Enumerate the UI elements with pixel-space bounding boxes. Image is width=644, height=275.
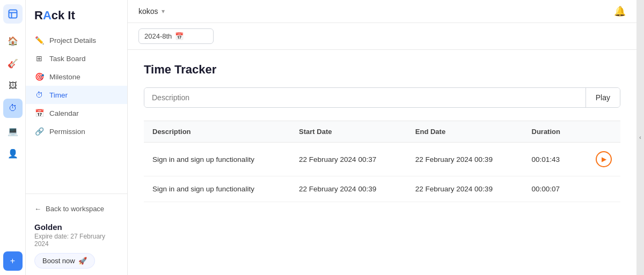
notification-icon[interactable]: 🔔 bbox=[614, 5, 626, 17]
back-arrow-icon: ← bbox=[34, 205, 41, 213]
play-button[interactable]: Play bbox=[586, 88, 620, 107]
cell-description-0: Sign in and sign up functionality bbox=[144, 143, 290, 176]
boost-label: Boost now bbox=[42, 257, 75, 265]
nav-item-milestone[interactable]: 🎯 Milestone bbox=[26, 68, 127, 86]
plan-name: Golden bbox=[34, 222, 119, 232]
nav-label-permission: Permission bbox=[49, 128, 85, 136]
row-play-button-0[interactable]: ▶ bbox=[596, 151, 612, 167]
sidebar-icon-add[interactable]: + bbox=[3, 251, 23, 271]
back-to-workspace[interactable]: ← Back to workspace bbox=[34, 200, 119, 217]
right-panel-handle[interactable]: ‹ bbox=[636, 0, 644, 275]
nav-items: ✏️ Project Details ⊞ Task Board 🎯 Milest… bbox=[26, 27, 127, 194]
svg-rect-0 bbox=[9, 10, 17, 18]
cell-actions-1 bbox=[580, 176, 620, 202]
boost-button[interactable]: Boost now 🚀 bbox=[34, 253, 95, 269]
content-area: Time Tracker Play Description Start Date… bbox=[128, 50, 636, 275]
timer-icon: ⏱ bbox=[34, 91, 44, 99]
topbar: kokos ▾ 🔔 bbox=[128, 0, 636, 23]
main-content: kokos ▾ 🔔 2024-8th 📅 Time Tracker Play D… bbox=[128, 0, 636, 275]
col-description: Description bbox=[144, 121, 290, 143]
table-row: Sign in and sign up functionality 22 Feb… bbox=[144, 176, 620, 202]
description-input[interactable] bbox=[144, 88, 586, 107]
nav-header: RAck It bbox=[26, 0, 127, 27]
col-end-date: End Date bbox=[407, 121, 523, 143]
project-selector[interactable]: kokos ▾ bbox=[138, 7, 165, 16]
calendar-small-icon: 📅 bbox=[175, 32, 184, 40]
icon-sidebar: 🏠 🎸 🖼 ⏱ 💻 👤 + bbox=[0, 0, 26, 275]
nav-item-project-details[interactable]: ✏️ Project Details bbox=[26, 31, 127, 49]
nav-label-calendar: Calendar bbox=[49, 109, 79, 117]
plan-box: Golden Expire date: 27 February 2024 Boo… bbox=[34, 222, 119, 269]
cell-duration-1: 00:00:07 bbox=[523, 176, 580, 202]
col-actions bbox=[580, 121, 620, 143]
app-logo-icon[interactable] bbox=[3, 4, 23, 24]
sidebar-icon-guitar[interactable]: 🎸 bbox=[3, 54, 23, 73]
nav-label-milestone: Milestone bbox=[49, 73, 80, 81]
cell-start-date-1: 22 February 2024 00:39 bbox=[290, 176, 407, 202]
cell-description-1: Sign in and sign up functionality bbox=[144, 176, 290, 202]
pencil-icon: ✏️ bbox=[34, 36, 44, 44]
sidebar-icon-timer[interactable]: ⏱ bbox=[3, 99, 23, 118]
nav-item-calendar[interactable]: 📅 Calendar bbox=[26, 104, 127, 122]
nav-item-timer[interactable]: ⏱ Timer bbox=[26, 86, 127, 104]
timer-input-row: Play bbox=[144, 87, 620, 108]
table-header-row: Description Start Date End Date Duration bbox=[144, 121, 620, 143]
sidebar-icon-home[interactable]: 🏠 bbox=[3, 31, 23, 50]
back-label: Back to workspace bbox=[46, 205, 104, 213]
col-start-date: Start Date bbox=[290, 121, 407, 143]
board-icon: ⊞ bbox=[34, 54, 44, 63]
cell-end-date-1: 22 February 2024 00:39 bbox=[407, 176, 523, 202]
nav-label-timer: Timer bbox=[49, 91, 68, 99]
nav-item-task-board[interactable]: ⊞ Task Board bbox=[26, 49, 127, 68]
nav-bottom: ← Back to workspace Golden Expire date: … bbox=[26, 194, 127, 275]
cell-end-date-0: 22 February 2024 00:39 bbox=[407, 143, 523, 176]
cell-duration-0: 00:01:43 bbox=[523, 143, 580, 176]
chevron-down-icon: ▾ bbox=[162, 8, 165, 15]
rocket-icon: 🚀 bbox=[78, 257, 87, 265]
date-value: 2024-8th bbox=[144, 32, 172, 40]
sidebar-icon-user[interactable]: 👤 bbox=[3, 144, 23, 163]
nav-sidebar: RAck It ✏️ Project Details ⊞ Task Board … bbox=[26, 0, 128, 275]
permission-icon: 🔗 bbox=[34, 127, 44, 136]
sidebar-icon-monitor[interactable]: 💻 bbox=[3, 121, 23, 140]
app-title: RAck It bbox=[34, 9, 75, 23]
plan-expire: Expire date: 27 February 2024 bbox=[34, 233, 119, 248]
calendar-icon: 📅 bbox=[34, 109, 44, 117]
nav-item-permission[interactable]: 🔗 Permission bbox=[26, 122, 127, 140]
sidebar-icon-image[interactable]: 🖼 bbox=[3, 76, 23, 95]
subbar: 2024-8th 📅 bbox=[128, 23, 636, 50]
table-row: Sign in and sign up functionality 22 Feb… bbox=[144, 143, 620, 176]
chevron-left-icon: ‹ bbox=[639, 135, 641, 140]
action-cell-0: ▶ bbox=[588, 151, 612, 167]
cell-actions-0: ▶ bbox=[580, 143, 620, 176]
nav-label-task-board: Task Board bbox=[49, 55, 86, 63]
nav-label-project-details: Project Details bbox=[49, 36, 96, 44]
cell-start-date-0: 22 February 2024 00:37 bbox=[290, 143, 407, 176]
page-title: Time Tracker bbox=[144, 63, 620, 77]
col-duration: Duration bbox=[523, 121, 580, 143]
tracker-table: Description Start Date End Date Duration… bbox=[144, 121, 620, 202]
date-picker[interactable]: 2024-8th 📅 bbox=[138, 28, 214, 44]
project-name: kokos bbox=[138, 7, 158, 16]
milestone-icon: 🎯 bbox=[34, 72, 44, 81]
